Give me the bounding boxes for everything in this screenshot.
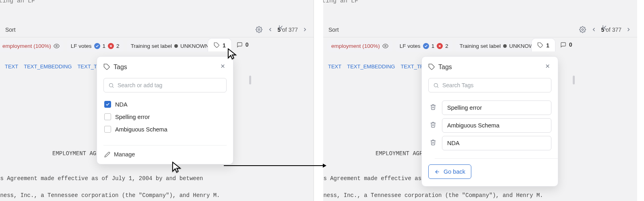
- settings-button[interactable]: [253, 24, 265, 35]
- collapse-left-icon: [602, 24, 609, 31]
- tag-name-input[interactable]: Spelling error: [442, 100, 551, 115]
- tag-label: Ambiguous Schema: [115, 126, 167, 133]
- doc-line-1: is Agreement made effective as of July 1…: [0, 175, 203, 182]
- col-text[interactable]: TEXT: [5, 64, 18, 70]
- vote-check-count: 1: [431, 43, 435, 49]
- scrollbar[interactable]: [249, 76, 251, 84]
- tags-popover: Tags NDA Spelling error Ambiguous Schema…: [97, 56, 233, 164]
- chip-employment[interactable]: employment (100%): [0, 40, 64, 52]
- manage-list: Spelling error Ambiguous Schema NDA: [422, 98, 558, 155]
- comment-tab[interactable]: 0: [232, 38, 254, 51]
- settings-button[interactable]: [577, 24, 588, 35]
- tag-option-spelling[interactable]: Spelling error: [104, 111, 226, 123]
- tag-icon: [103, 64, 110, 70]
- tag-count: 1: [546, 42, 549, 49]
- arrow-left-icon: [434, 169, 440, 175]
- svg-point-2: [56, 45, 57, 47]
- chevron-left-icon: [591, 27, 597, 33]
- collapse-panel-button[interactable]: [278, 24, 285, 33]
- check-badge-icon: [423, 43, 429, 49]
- go-back-button[interactable]: Go back: [428, 164, 471, 179]
- col-text-embedding[interactable]: TEXT_EMBEDDING: [24, 64, 72, 70]
- col-text[interactable]: TEXT: [328, 64, 341, 70]
- trash-icon: [430, 139, 436, 146]
- popover-title: Tags: [114, 64, 216, 71]
- chips-row: employment (100%) LF votes 1 2 Training …: [0, 40, 213, 52]
- arrow-head-icon: [323, 164, 326, 168]
- next-button[interactable]: [623, 24, 634, 35]
- delete-button[interactable]: [428, 137, 438, 149]
- comment-count: 0: [569, 41, 572, 48]
- toolbar: Sort 5 of 377: [0, 22, 314, 37]
- hint-text: to start creating an LF: [323, 0, 637, 4]
- manage-row-nda: NDA: [428, 136, 551, 150]
- comment-count: 0: [246, 41, 249, 48]
- checkbox-icon: [104, 126, 111, 133]
- x-badge-icon: [108, 43, 114, 49]
- svg-point-0: [258, 29, 260, 30]
- tag-name-input[interactable]: Ambiguous Schema: [442, 118, 551, 133]
- svg-point-15: [109, 83, 113, 87]
- tag-tab[interactable]: 1: [208, 38, 232, 51]
- prev-button[interactable]: [265, 24, 276, 35]
- search-box[interactable]: [428, 78, 551, 92]
- scrollbar[interactable]: [573, 76, 575, 84]
- chip-lfvotes-label: LF votes: [71, 43, 92, 49]
- chevron-right-icon: [625, 27, 632, 33]
- chip-employment-label: employment (100%): [2, 43, 51, 49]
- tag-icon: [214, 42, 220, 48]
- delete-button[interactable]: [428, 120, 438, 131]
- go-back-label: Go back: [444, 168, 465, 175]
- next-button[interactable]: [299, 24, 310, 35]
- chevron-right-icon: [302, 27, 308, 33]
- chip-prediction-trunc[interactable]: on: [323, 40, 324, 52]
- popover-header: Tags: [422, 57, 558, 74]
- comment-icon: [237, 42, 243, 48]
- tag-option-ambiguous[interactable]: Ambiguous Schema: [104, 123, 226, 135]
- col-text-embedding[interactable]: TEXT_EMBEDDING: [347, 64, 395, 70]
- close-icon: [220, 63, 226, 69]
- chip-lfvotes[interactable]: LF votes 1 2: [67, 40, 124, 52]
- tag-checklist: NDA Spelling error Ambiguous Schema: [97, 98, 233, 140]
- pencil-icon: [104, 152, 110, 158]
- sort-button[interactable]: Sort: [5, 27, 16, 33]
- vote-x-count: 2: [116, 43, 120, 49]
- tabrow-right: 1 0: [531, 38, 577, 51]
- search-box[interactable]: [103, 78, 227, 92]
- flow-arrow: [224, 165, 326, 166]
- svg-point-5: [582, 29, 584, 30]
- tag-tab[interactable]: 1: [531, 38, 555, 51]
- divider: [435, 158, 558, 159]
- status-dot-icon: [503, 44, 507, 48]
- eye-icon: [54, 43, 60, 49]
- status-dot-icon: [174, 44, 178, 48]
- tag-option-nda[interactable]: NDA: [104, 98, 226, 111]
- sort-button[interactable]: Sort: [328, 27, 339, 33]
- tabrow-left: 1 0: [208, 38, 254, 51]
- chip-employment-label: employment (100%): [331, 43, 380, 49]
- collapse-panel-button[interactable]: [602, 24, 609, 33]
- svg-point-7: [384, 45, 386, 47]
- close-button[interactable]: [219, 62, 227, 72]
- close-button[interactable]: [544, 62, 551, 72]
- chip-training-label[interactable]: Training set label UNKNOWN: [456, 40, 542, 52]
- chip-training-label[interactable]: Training set label UNKNOWN: [127, 40, 213, 52]
- tag-label: Spelling error: [115, 114, 150, 120]
- svg-line-16: [112, 86, 114, 88]
- search-input[interactable]: [118, 82, 222, 88]
- delete-button[interactable]: [428, 102, 438, 113]
- search-input[interactable]: [442, 82, 547, 88]
- gear-icon: [256, 26, 262, 33]
- tag-name-input[interactable]: NDA: [442, 136, 551, 150]
- prev-button[interactable]: [588, 24, 599, 35]
- chip-lfvotes[interactable]: LF votes 1 2: [396, 40, 452, 52]
- svg-line-21: [437, 86, 438, 88]
- checkbox-icon: [104, 113, 111, 120]
- manage-button[interactable]: Manage: [103, 145, 227, 164]
- hint-text: to start creating an LF: [0, 0, 314, 4]
- comment-tab[interactable]: 0: [555, 38, 577, 51]
- popover-title: Tags: [438, 64, 541, 71]
- chip-trainlabel-label: Training set label: [131, 43, 172, 49]
- chip-employment[interactable]: employment (100%): [327, 40, 392, 52]
- search-icon: [433, 82, 439, 88]
